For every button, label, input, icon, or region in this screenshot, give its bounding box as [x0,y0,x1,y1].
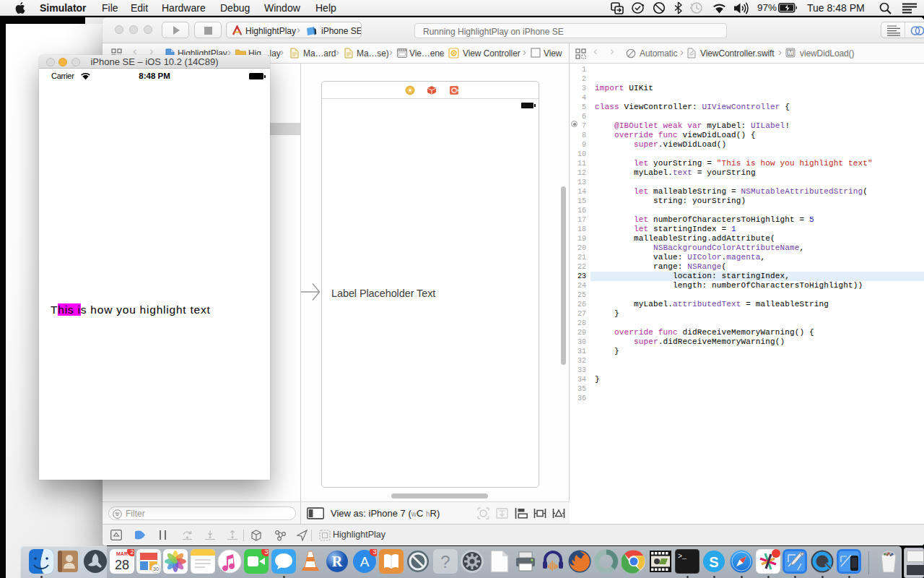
svg-text:M: M [788,49,793,56]
svg-text:>_: >_ [678,553,687,561]
svg-text:3: 3 [372,549,376,556]
svg-text:3: 3 [264,549,268,556]
svg-text:S: S [709,554,718,570]
svg-text:2: 2 [130,549,134,556]
svg-text:30: 30 [153,566,159,571]
svg-text:?: ? [440,552,450,571]
svg-text:28: 28 [115,558,129,572]
svg-text:R: R [332,553,343,569]
svg-text:MAR: MAR [116,551,128,556]
svg-text:A: A [360,554,370,569]
